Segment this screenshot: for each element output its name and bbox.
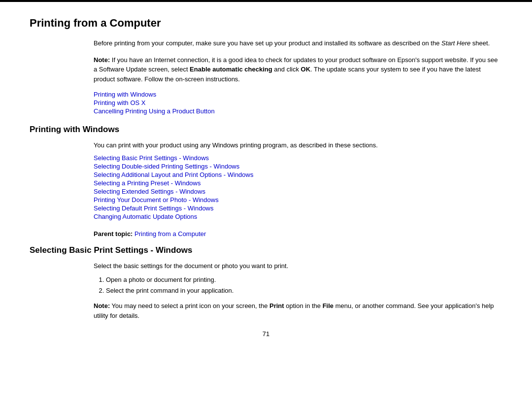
section2-note: Note: You may need to select a print ico… [94,301,502,320]
section1-body: You can print with your product using an… [94,140,502,150]
link-auto-update[interactable]: Changing Automatic Update Options [94,213,502,220]
section1-links-group: Selecting Basic Print Settings - Windows… [94,154,502,220]
link-default-print[interactable]: Selecting Default Print Settings - Windo… [94,205,502,212]
parent-topic-link[interactable]: Printing from a Computer [134,230,206,238]
page-container: Printing from a Computer Before printing… [0,0,532,411]
link-printing-preset[interactable]: Selecting a Printing Preset - Windows [94,179,502,187]
italic-start-here: Start Here [441,39,470,47]
note-after-bold1: and click [272,66,301,73]
section2-body: Select the basic settings for the docume… [94,261,502,271]
parent-topic-label: Parent topic: [94,230,133,238]
step-1: Open a photo or document for printing. [106,274,502,285]
note-bold-ok: OK [301,66,311,73]
link-additional-layout[interactable]: Selecting Additional Layout and Print Op… [94,171,502,178]
section2-note-file: File [323,302,333,309]
chapter-title: Printing from a Computer [30,17,502,30]
section2-note-label: Note: [94,302,110,309]
section2-note-option: option in the [284,302,323,309]
page-number: 71 [30,330,502,347]
link-cancelling-printing[interactable]: Cancelling Printing Using a Product Butt… [94,107,502,115]
link-printing-osx[interactable]: Printing with OS X [94,99,502,106]
parent-topic-line: Parent topic: Printing from a Computer [94,230,502,238]
link-printing-document[interactable]: Printing Your Document or Photo - Window… [94,196,502,204]
link-basic-print[interactable]: Selecting Basic Print Settings - Windows [94,154,502,162]
section1-title: Printing with Windows [30,125,502,135]
note-bold-enable: Enable automatic checking [190,66,272,73]
section2-note-body: You may need to select a print icon on y… [110,302,269,309]
steps-list: Open a photo or document for printing. S… [106,274,502,296]
content-area: Printing from a Computer Before printing… [0,2,532,367]
link-double-sided[interactable]: Selecting Double-sided Printing Settings… [94,163,502,170]
intro-paragraph: Before printing from your computer, make… [94,38,502,48]
top-links-group: Printing with Windows Printing with OS X… [94,91,502,115]
section2-title: Selecting Basic Print Settings - Windows [30,245,502,255]
link-printing-windows[interactable]: Printing with Windows [94,91,502,98]
link-extended-settings[interactable]: Selecting Extended Settings - Windows [94,188,502,195]
step-2: Select the print command in your applica… [106,285,502,296]
section2-note-print: Print [269,302,284,309]
note-paragraph: Note: If you have an Internet connection… [94,55,502,84]
note-label: Note: [94,56,110,64]
